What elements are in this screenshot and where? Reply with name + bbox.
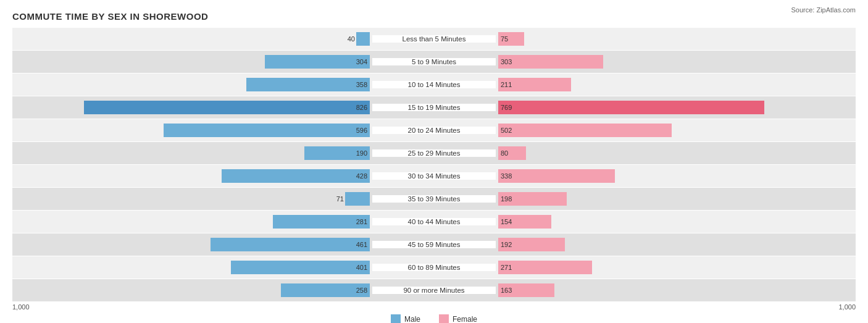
right-section-inner: 502 [498, 124, 856, 137]
male-value: 401 [356, 264, 367, 271]
left-section-inner: 190 [12, 146, 370, 160]
right-section: 211 [496, 78, 856, 91]
bar-female: 163 [498, 283, 554, 297]
left-section-inner: 258 [12, 283, 370, 297]
male-value: 358 [356, 81, 367, 88]
bar-male: 258 [281, 283, 370, 297]
left-section: 826 [12, 101, 372, 114]
axis-left: 1,000 [12, 303, 30, 311]
female-value: 338 [501, 172, 512, 180]
bar-male: 71 [345, 192, 370, 206]
bar-female: 303 [498, 55, 603, 69]
female-value: 75 [501, 35, 508, 43]
chart-row: 401 60 to 89 Minutes 271 [12, 256, 856, 279]
bar-male: 304 [265, 55, 370, 69]
bar-male: 596 [164, 124, 370, 137]
chart-row: 40 Less than 5 Minutes 75 [12, 28, 856, 50]
legend-female-box [439, 314, 449, 323]
page-title: COMMUTE TIME BY SEX IN SHOREWOOD [12, 11, 856, 22]
row-label: 45 to 59 Minutes [372, 241, 496, 248]
right-section: 198 [496, 192, 856, 206]
bar-male: 826 [84, 101, 370, 114]
right-section-inner: 192 [498, 238, 856, 251]
chart-row: 428 30 to 34 Minutes 338 [12, 165, 856, 187]
chart-legend: Male Female [12, 314, 856, 323]
female-value: 80 [501, 149, 508, 157]
bar-male: 190 [304, 146, 370, 160]
left-section: 258 [12, 283, 372, 297]
male-value: 304 [356, 58, 367, 65]
left-section: 190 [12, 146, 372, 160]
row-label: 25 to 29 Minutes [372, 149, 496, 157]
right-section-inner: 154 [498, 215, 856, 229]
bar-female: 192 [498, 238, 565, 251]
female-value: 271 [501, 264, 512, 271]
left-section-inner: 428 [12, 169, 370, 183]
left-section: 304 [12, 55, 372, 69]
right-section: 338 [496, 169, 856, 183]
left-section-inner: 281 [12, 215, 370, 229]
left-section: 596 [12, 124, 372, 137]
row-label: Less than 5 Minutes [372, 35, 496, 43]
bar-female: 338 [498, 169, 615, 183]
right-section: 303 [496, 55, 856, 69]
bar-female: 211 [498, 78, 571, 91]
right-section-inner: 303 [498, 55, 856, 69]
female-value: 769 [501, 104, 512, 111]
male-value: 258 [356, 287, 367, 294]
right-section-inner: 198 [498, 192, 856, 206]
left-section: 281 [12, 215, 372, 229]
right-section-inner: 211 [498, 78, 856, 91]
bar-female: 80 [498, 146, 526, 160]
legend-male: Male [391, 314, 420, 323]
female-value: 163 [501, 287, 512, 294]
bar-male: 40 [356, 32, 370, 46]
left-section: 461 [12, 238, 372, 251]
female-value: 154 [501, 218, 512, 225]
chart-wrapper: 40 Less than 5 Minutes 75 304 [12, 28, 856, 302]
bar-female: 154 [498, 215, 551, 229]
right-section: 271 [496, 261, 856, 274]
bar-male: 461 [211, 238, 370, 251]
left-section-inner: 596 [12, 124, 370, 137]
chart-row: 281 40 to 44 Minutes 154 [12, 211, 856, 233]
right-section: 769 [496, 101, 856, 114]
right-section-inner: 271 [498, 261, 856, 274]
bar-male: 358 [246, 78, 370, 91]
bar-male: 428 [222, 169, 370, 183]
right-section-inner: 75 [498, 32, 856, 46]
bar-female: 75 [498, 32, 524, 46]
chart-row: 190 25 to 29 Minutes 80 [12, 142, 856, 164]
chart-row: 304 5 to 9 Minutes 303 [12, 51, 856, 73]
left-section: 428 [12, 169, 372, 183]
male-value: 428 [356, 172, 367, 180]
male-value: 461 [356, 241, 367, 248]
axis-right: 1,000 [838, 303, 856, 311]
row-label: 20 to 24 Minutes [372, 127, 496, 134]
right-section: 192 [496, 238, 856, 251]
source-label: Source: ZipAtlas.com [791, 6, 856, 14]
legend-female: Female [439, 314, 477, 323]
male-value: 40 [348, 35, 355, 43]
left-section: 40 [12, 32, 372, 46]
left-section-inner: 401 [12, 261, 370, 274]
right-section: 154 [496, 215, 856, 229]
chart-row: 826 15 to 19 Minutes 769 [12, 96, 856, 119]
row-label: 5 to 9 Minutes [372, 58, 496, 65]
bar-female: 271 [498, 261, 592, 274]
female-value: 192 [501, 241, 512, 248]
female-value: 502 [501, 127, 512, 134]
male-value: 71 [336, 195, 344, 203]
bar-female: 198 [498, 192, 567, 206]
female-value: 198 [501, 195, 512, 203]
right-section: 163 [496, 283, 856, 297]
right-section-inner: 769 [498, 101, 856, 114]
page-container: COMMUTE TIME BY SEX IN SHOREWOOD Source:… [0, 0, 868, 323]
right-section-inner: 163 [498, 283, 856, 297]
row-label: 30 to 34 Minutes [372, 172, 496, 180]
chart-row: 258 90 or more Minutes 163 [12, 279, 856, 301]
male-value: 190 [356, 149, 367, 157]
row-label: 40 to 44 Minutes [372, 218, 496, 225]
row-label: 10 to 14 Minutes [372, 81, 496, 88]
left-section-inner: 40 [12, 32, 370, 46]
